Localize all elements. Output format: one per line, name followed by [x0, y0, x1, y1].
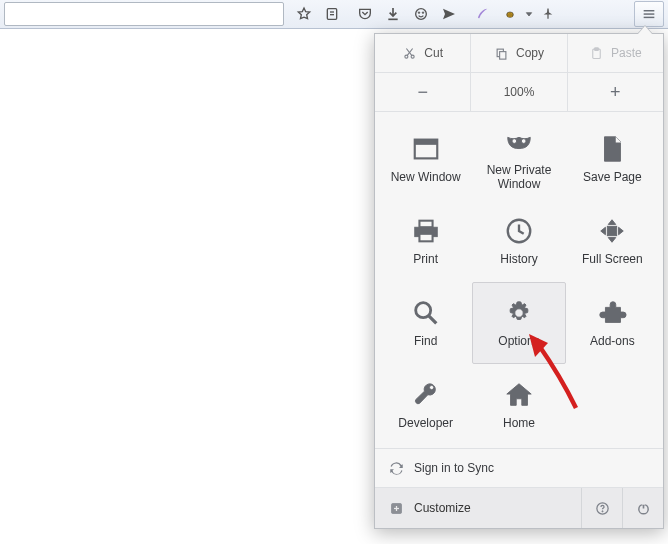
svg-point-6 [422, 12, 424, 14]
home-button[interactable]: Home [472, 364, 565, 446]
new-private-window-button[interactable]: New Private Window [472, 118, 565, 200]
svg-rect-29 [419, 234, 432, 242]
full-screen-button[interactable]: Full Screen [566, 200, 659, 282]
puzzle-icon [596, 297, 628, 329]
svg-rect-24 [414, 140, 437, 145]
svg-point-40 [601, 510, 602, 511]
copy-label: Copy [516, 46, 544, 60]
customize-label: Customize [414, 501, 471, 515]
svg-rect-20 [500, 51, 506, 59]
addons-button[interactable]: Add-ons [566, 282, 659, 364]
options-button[interactable]: Options [472, 282, 565, 364]
bee-icon[interactable] [496, 1, 524, 27]
svg-rect-28 [419, 221, 432, 228]
panel-arrow-icon [637, 25, 653, 34]
copy-button[interactable]: Copy [471, 34, 567, 72]
svg-line-17 [408, 48, 413, 55]
send-icon[interactable] [435, 1, 463, 27]
svg-point-25 [512, 139, 517, 144]
mask-icon [503, 126, 535, 158]
sync-label: Sign in to Sync [414, 461, 494, 475]
find-button[interactable]: Find [379, 282, 472, 364]
cut-button[interactable]: Cut [375, 34, 471, 72]
svg-point-15 [405, 55, 408, 58]
quit-button[interactable] [623, 488, 663, 528]
pin-icon[interactable] [534, 1, 562, 27]
dropdown-sep-icon[interactable] [524, 1, 534, 27]
downloads-icon[interactable] [379, 1, 407, 27]
history-button[interactable]: History [472, 200, 565, 282]
reading-list-icon[interactable] [318, 1, 346, 27]
zoom-row: − 100% + [375, 73, 663, 112]
svg-marker-11 [526, 13, 531, 16]
fullscreen-icon [596, 215, 628, 247]
developer-button[interactable]: Developer [379, 364, 472, 446]
zoom-in-button[interactable]: + [568, 73, 663, 111]
browser-toolbar [0, 0, 668, 29]
edit-row: Cut Copy Paste [375, 34, 663, 73]
save-page-button[interactable]: Save Page [566, 118, 659, 200]
window-icon [410, 133, 442, 165]
cut-label: Cut [424, 46, 443, 60]
svg-point-16 [411, 55, 414, 58]
customize-button[interactable]: Customize [375, 488, 582, 528]
svg-point-4 [416, 9, 427, 20]
power-icon [636, 501, 651, 516]
pocket-icon[interactable] [351, 1, 379, 27]
paste-button[interactable]: Paste [568, 34, 663, 72]
svg-line-33 [428, 316, 436, 324]
main-menu-panel: Cut Copy Paste − 100% + New Window New P… [374, 33, 664, 529]
sync-icon [389, 461, 404, 476]
wrench-icon [410, 379, 442, 411]
zoom-out-button[interactable]: − [375, 73, 471, 111]
print-button[interactable]: Print [379, 200, 472, 282]
svg-rect-31 [608, 226, 617, 235]
svg-point-26 [521, 139, 526, 144]
menu-grid: New Window New Private Window Save Page … [375, 112, 663, 449]
svg-point-34 [515, 309, 523, 317]
url-input[interactable] [4, 2, 284, 26]
feather-icon[interactable] [468, 1, 496, 27]
svg-point-5 [418, 12, 420, 14]
help-icon [595, 501, 610, 516]
bookmark-star-icon[interactable] [290, 1, 318, 27]
svg-rect-13 [644, 13, 655, 14]
svg-line-18 [407, 48, 412, 55]
sync-button[interactable]: Sign in to Sync [375, 449, 663, 488]
svg-point-32 [415, 303, 430, 318]
search-icon [410, 297, 442, 329]
plus-box-icon [389, 501, 404, 516]
new-window-button[interactable]: New Window [379, 118, 472, 200]
svg-rect-22 [595, 47, 599, 50]
svg-point-35 [429, 385, 433, 389]
home-icon [503, 379, 535, 411]
svg-rect-43 [641, 502, 645, 504]
clock-icon [503, 215, 535, 247]
footer-row: Customize [375, 488, 663, 528]
page-icon [596, 133, 628, 165]
printer-icon [410, 215, 442, 247]
gear-icon [503, 297, 535, 329]
hamburger-menu-button[interactable] [634, 1, 664, 27]
svg-rect-14 [644, 17, 655, 18]
smiley-icon[interactable] [407, 1, 435, 27]
zoom-value[interactable]: 100% [471, 73, 567, 111]
svg-rect-12 [644, 10, 655, 11]
help-button[interactable] [582, 488, 623, 528]
paste-label: Paste [611, 46, 642, 60]
